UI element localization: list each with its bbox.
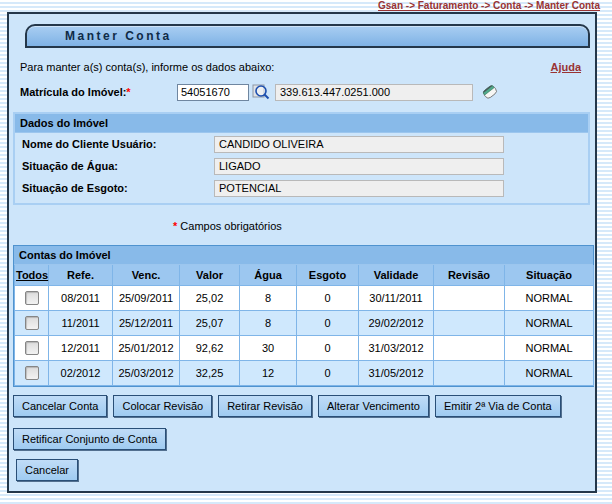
- col-agua: Água: [240, 265, 297, 286]
- select-all-link[interactable]: Todos: [16, 269, 48, 281]
- retirar-revisao-button[interactable]: Retirar Revisão: [218, 395, 312, 417]
- col-revisao: Revisão: [434, 265, 505, 286]
- table-row: 08/2011 25/09/2011 25,02 8 0 30/11/2011 …: [15, 286, 594, 311]
- row-checkbox[interactable]: [25, 366, 39, 380]
- cancelar-conta-button[interactable]: Cancelar Conta: [13, 395, 107, 417]
- dados-imovel-title: Dados do Imóvel: [15, 114, 588, 133]
- table-row: 02/2012 25/03/2012 32,25 12 0 31/05/2012…: [15, 361, 594, 386]
- cliente-value-field: CANDIDO OLIVEIRA: [214, 136, 504, 153]
- situacao-esgoto-field: POTENCIAL: [214, 180, 504, 197]
- emitir-segunda-via-button[interactable]: Emitir 2ª Via de Conta: [435, 395, 561, 417]
- contas-table-box: Contas do Imóvel Todos Refe. Venc. Valor…: [13, 245, 594, 387]
- situacao-esgoto-label: Situação de Esgoto:: [22, 182, 214, 194]
- contas-table-title: Contas do Imóvel: [14, 246, 593, 265]
- col-validade: Validade: [359, 265, 434, 286]
- intro-text: Para manter a(s) conta(s), informe os da…: [20, 61, 274, 73]
- col-esgoto: Esgoto: [297, 265, 359, 286]
- help-link[interactable]: Ajuda: [550, 61, 581, 73]
- matricula-input[interactable]: [177, 84, 249, 101]
- matricula-label: Matrícula do Imóvel:*: [20, 86, 177, 98]
- page-title-bar: Manter Conta: [25, 24, 590, 48]
- col-refe: Refe.: [49, 265, 113, 286]
- table-row: 12/2011 25/01/2012 92,62 30 0 31/03/2012…: [15, 336, 594, 361]
- situacao-agua-field: LIGADO: [214, 158, 504, 175]
- cancelar-button[interactable]: Cancelar: [16, 459, 78, 481]
- table-header-row: Todos Refe. Venc. Valor Água Esgoto Vali…: [15, 265, 594, 286]
- inscricao-field: 339.613.447.0251.000: [275, 84, 473, 101]
- eraser-icon[interactable]: [480, 82, 500, 102]
- row-checkbox[interactable]: [25, 291, 39, 305]
- dados-imovel-section: Dados do Imóvel Nome do Cliente Usuário:…: [13, 112, 590, 205]
- field-row-cliente: Nome do Cliente Usuário: CANDIDO OLIVEIR…: [15, 133, 588, 155]
- col-valor: Valor: [180, 265, 240, 286]
- situacao-agua-label: Situação de Água:: [22, 160, 214, 172]
- field-row-esgoto: Situação de Esgoto: POTENCIAL: [15, 177, 588, 199]
- row-checkbox[interactable]: [25, 316, 39, 330]
- page-title: Manter Conta: [27, 29, 172, 43]
- cliente-label: Nome do Cliente Usuário:: [22, 138, 214, 150]
- col-venc: Venc.: [113, 265, 180, 286]
- manter-conta-panel: Manter Conta Para manter a(s) conta(s), …: [7, 12, 597, 493]
- row-checkbox[interactable]: [25, 341, 39, 355]
- colocar-revisao-button[interactable]: Colocar Revisão: [113, 395, 212, 417]
- breadcrumb[interactable]: Gsan -> Faturamento -> Conta -> Manter C…: [378, 0, 600, 12]
- required-fields-note: * Campos obrigatórios: [173, 220, 595, 232]
- contas-table: Todos Refe. Venc. Valor Água Esgoto Vali…: [14, 265, 594, 386]
- search-icon[interactable]: [251, 82, 271, 102]
- retificar-conjunto-button[interactable]: Retificar Conjunto de Conta: [13, 428, 166, 450]
- col-situacao: Situação: [505, 265, 594, 286]
- table-row: 11/2011 25/12/2011 25,07 8 0 29/02/2012 …: [15, 311, 594, 336]
- alterar-vencimento-button[interactable]: Alterar Vencimento: [318, 395, 429, 417]
- field-row-agua: Situação de Água: LIGADO: [15, 155, 588, 177]
